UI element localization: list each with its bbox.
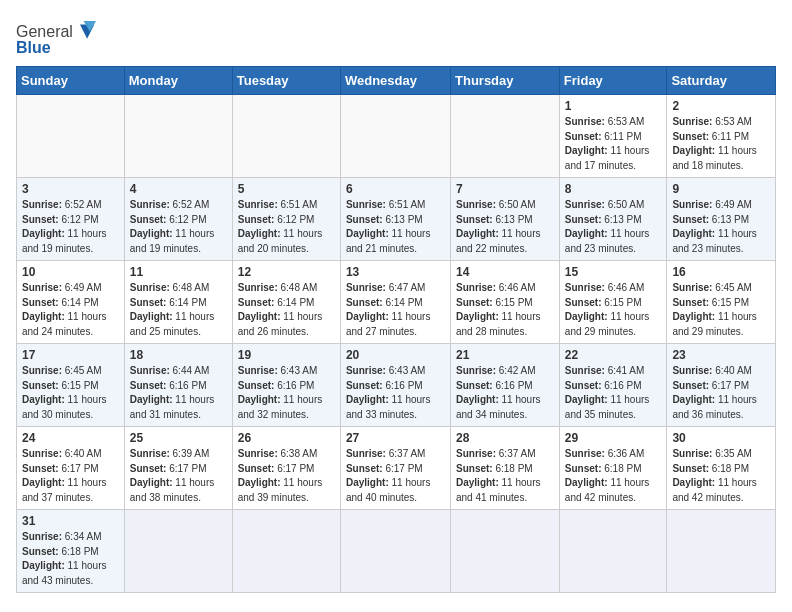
calendar-cell: 7Sunrise: 6:50 AMSunset: 6:13 PMDaylight… bbox=[451, 178, 560, 261]
calendar-week-4: 17Sunrise: 6:45 AMSunset: 6:15 PMDayligh… bbox=[17, 344, 776, 427]
calendar-cell bbox=[340, 510, 450, 593]
calendar-cell bbox=[232, 510, 340, 593]
calendar-week-1: 1Sunrise: 6:53 AMSunset: 6:11 PMDaylight… bbox=[17, 95, 776, 178]
day-info: Sunrise: 6:38 AMSunset: 6:17 PMDaylight:… bbox=[238, 447, 335, 505]
day-info: Sunrise: 6:52 AMSunset: 6:12 PMDaylight:… bbox=[130, 198, 227, 256]
weekday-header-saturday: Saturday bbox=[667, 67, 776, 95]
logo: General Blue bbox=[16, 16, 96, 58]
day-info: Sunrise: 6:43 AMSunset: 6:16 PMDaylight:… bbox=[238, 364, 335, 422]
calendar-cell: 31Sunrise: 6:34 AMSunset: 6:18 PMDayligh… bbox=[17, 510, 125, 593]
calendar-cell: 15Sunrise: 6:46 AMSunset: 6:15 PMDayligh… bbox=[559, 261, 667, 344]
weekday-header-sunday: Sunday bbox=[17, 67, 125, 95]
calendar-cell: 17Sunrise: 6:45 AMSunset: 6:15 PMDayligh… bbox=[17, 344, 125, 427]
day-number: 20 bbox=[346, 348, 445, 362]
day-number: 2 bbox=[672, 99, 770, 113]
day-info: Sunrise: 6:46 AMSunset: 6:15 PMDaylight:… bbox=[456, 281, 554, 339]
calendar-cell: 14Sunrise: 6:46 AMSunset: 6:15 PMDayligh… bbox=[451, 261, 560, 344]
calendar-cell: 23Sunrise: 6:40 AMSunset: 6:17 PMDayligh… bbox=[667, 344, 776, 427]
calendar-cell bbox=[667, 510, 776, 593]
calendar-cell bbox=[340, 95, 450, 178]
calendar-cell bbox=[232, 95, 340, 178]
day-info: Sunrise: 6:50 AMSunset: 6:13 PMDaylight:… bbox=[456, 198, 554, 256]
day-info: Sunrise: 6:45 AMSunset: 6:15 PMDaylight:… bbox=[22, 364, 119, 422]
day-number: 26 bbox=[238, 431, 335, 445]
day-number: 6 bbox=[346, 182, 445, 196]
day-number: 23 bbox=[672, 348, 770, 362]
day-info: Sunrise: 6:49 AMSunset: 6:13 PMDaylight:… bbox=[672, 198, 770, 256]
day-number: 22 bbox=[565, 348, 662, 362]
calendar-cell: 25Sunrise: 6:39 AMSunset: 6:17 PMDayligh… bbox=[124, 427, 232, 510]
day-info: Sunrise: 6:51 AMSunset: 6:13 PMDaylight:… bbox=[346, 198, 445, 256]
calendar-cell: 19Sunrise: 6:43 AMSunset: 6:16 PMDayligh… bbox=[232, 344, 340, 427]
weekday-header-tuesday: Tuesday bbox=[232, 67, 340, 95]
day-info: Sunrise: 6:52 AMSunset: 6:12 PMDaylight:… bbox=[22, 198, 119, 256]
day-info: Sunrise: 6:48 AMSunset: 6:14 PMDaylight:… bbox=[130, 281, 227, 339]
day-info: Sunrise: 6:34 AMSunset: 6:18 PMDaylight:… bbox=[22, 530, 119, 588]
calendar-cell bbox=[451, 95, 560, 178]
calendar-cell bbox=[451, 510, 560, 593]
day-number: 13 bbox=[346, 265, 445, 279]
calendar-cell: 24Sunrise: 6:40 AMSunset: 6:17 PMDayligh… bbox=[17, 427, 125, 510]
calendar-week-2: 3Sunrise: 6:52 AMSunset: 6:12 PMDaylight… bbox=[17, 178, 776, 261]
calendar-cell: 28Sunrise: 6:37 AMSunset: 6:18 PMDayligh… bbox=[451, 427, 560, 510]
calendar-cell: 12Sunrise: 6:48 AMSunset: 6:14 PMDayligh… bbox=[232, 261, 340, 344]
calendar-cell: 26Sunrise: 6:38 AMSunset: 6:17 PMDayligh… bbox=[232, 427, 340, 510]
day-info: Sunrise: 6:53 AMSunset: 6:11 PMDaylight:… bbox=[672, 115, 770, 173]
day-info: Sunrise: 6:41 AMSunset: 6:16 PMDaylight:… bbox=[565, 364, 662, 422]
svg-text:General: General bbox=[16, 23, 73, 40]
day-number: 17 bbox=[22, 348, 119, 362]
day-number: 31 bbox=[22, 514, 119, 528]
calendar-cell: 3Sunrise: 6:52 AMSunset: 6:12 PMDaylight… bbox=[17, 178, 125, 261]
day-number: 10 bbox=[22, 265, 119, 279]
day-info: Sunrise: 6:36 AMSunset: 6:18 PMDaylight:… bbox=[565, 447, 662, 505]
calendar-cell: 21Sunrise: 6:42 AMSunset: 6:16 PMDayligh… bbox=[451, 344, 560, 427]
calendar-cell: 5Sunrise: 6:51 AMSunset: 6:12 PMDaylight… bbox=[232, 178, 340, 261]
day-number: 29 bbox=[565, 431, 662, 445]
calendar-cell: 6Sunrise: 6:51 AMSunset: 6:13 PMDaylight… bbox=[340, 178, 450, 261]
calendar-week-6: 31Sunrise: 6:34 AMSunset: 6:18 PMDayligh… bbox=[17, 510, 776, 593]
page-header: General Blue bbox=[16, 16, 776, 58]
calendar-cell: 11Sunrise: 6:48 AMSunset: 6:14 PMDayligh… bbox=[124, 261, 232, 344]
calendar-header-row: SundayMondayTuesdayWednesdayThursdayFrid… bbox=[17, 67, 776, 95]
day-number: 12 bbox=[238, 265, 335, 279]
calendar-week-3: 10Sunrise: 6:49 AMSunset: 6:14 PMDayligh… bbox=[17, 261, 776, 344]
generalblue-logo: General Blue bbox=[16, 16, 96, 56]
day-number: 14 bbox=[456, 265, 554, 279]
day-number: 28 bbox=[456, 431, 554, 445]
day-info: Sunrise: 6:46 AMSunset: 6:15 PMDaylight:… bbox=[565, 281, 662, 339]
weekday-header-thursday: Thursday bbox=[451, 67, 560, 95]
day-info: Sunrise: 6:47 AMSunset: 6:14 PMDaylight:… bbox=[346, 281, 445, 339]
day-info: Sunrise: 6:50 AMSunset: 6:13 PMDaylight:… bbox=[565, 198, 662, 256]
day-number: 9 bbox=[672, 182, 770, 196]
calendar-cell: 13Sunrise: 6:47 AMSunset: 6:14 PMDayligh… bbox=[340, 261, 450, 344]
day-info: Sunrise: 6:53 AMSunset: 6:11 PMDaylight:… bbox=[565, 115, 662, 173]
day-number: 25 bbox=[130, 431, 227, 445]
calendar-cell: 20Sunrise: 6:43 AMSunset: 6:16 PMDayligh… bbox=[340, 344, 450, 427]
day-number: 11 bbox=[130, 265, 227, 279]
day-info: Sunrise: 6:49 AMSunset: 6:14 PMDaylight:… bbox=[22, 281, 119, 339]
calendar-cell: 30Sunrise: 6:35 AMSunset: 6:18 PMDayligh… bbox=[667, 427, 776, 510]
calendar-cell: 8Sunrise: 6:50 AMSunset: 6:13 PMDaylight… bbox=[559, 178, 667, 261]
day-number: 18 bbox=[130, 348, 227, 362]
day-info: Sunrise: 6:40 AMSunset: 6:17 PMDaylight:… bbox=[672, 364, 770, 422]
day-number: 19 bbox=[238, 348, 335, 362]
day-number: 15 bbox=[565, 265, 662, 279]
day-number: 5 bbox=[238, 182, 335, 196]
weekday-header-monday: Monday bbox=[124, 67, 232, 95]
calendar-cell bbox=[124, 95, 232, 178]
calendar-cell: 29Sunrise: 6:36 AMSunset: 6:18 PMDayligh… bbox=[559, 427, 667, 510]
day-info: Sunrise: 6:37 AMSunset: 6:17 PMDaylight:… bbox=[346, 447, 445, 505]
calendar-cell: 4Sunrise: 6:52 AMSunset: 6:12 PMDaylight… bbox=[124, 178, 232, 261]
calendar-cell: 22Sunrise: 6:41 AMSunset: 6:16 PMDayligh… bbox=[559, 344, 667, 427]
weekday-header-friday: Friday bbox=[559, 67, 667, 95]
day-number: 8 bbox=[565, 182, 662, 196]
weekday-header-wednesday: Wednesday bbox=[340, 67, 450, 95]
calendar-cell bbox=[17, 95, 125, 178]
calendar-cell: 1Sunrise: 6:53 AMSunset: 6:11 PMDaylight… bbox=[559, 95, 667, 178]
day-info: Sunrise: 6:51 AMSunset: 6:12 PMDaylight:… bbox=[238, 198, 335, 256]
day-number: 24 bbox=[22, 431, 119, 445]
calendar-cell bbox=[559, 510, 667, 593]
calendar-cell: 9Sunrise: 6:49 AMSunset: 6:13 PMDaylight… bbox=[667, 178, 776, 261]
calendar-table: SundayMondayTuesdayWednesdayThursdayFrid… bbox=[16, 66, 776, 593]
day-number: 30 bbox=[672, 431, 770, 445]
